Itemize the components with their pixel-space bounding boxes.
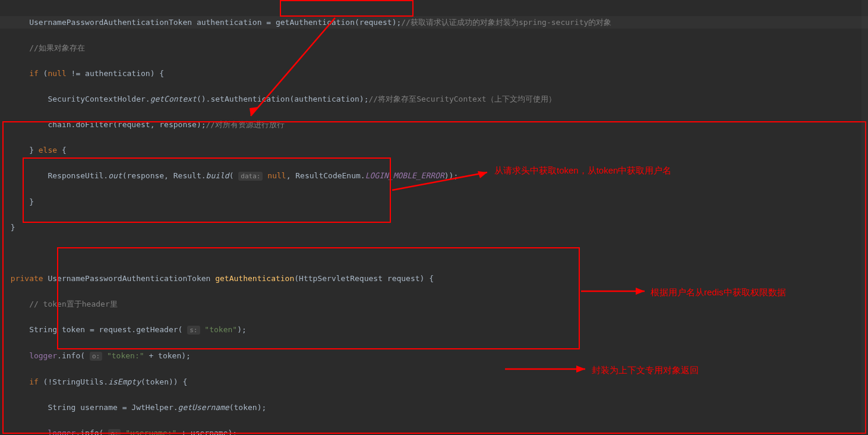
code-line: logger.info( o: "useruame:" + username); [0, 427, 868, 436]
code-line: private UsernamePasswordAuthenticationTo… [0, 272, 868, 285]
code-line: } else { [0, 144, 868, 157]
code-line: logger.info( o: "token:" + token); [0, 349, 868, 363]
code-line: if (null != authentication) { [0, 67, 868, 80]
code-line: ResponseUtil.out(response, Result.build(… [0, 169, 868, 183]
code-line: SecurityContextHolder.getContext().setAu… [0, 93, 868, 106]
code-line: String token = request.getHeader( s: "to… [0, 323, 868, 337]
code-line: chain.doFilter(request, response);//对所有资… [0, 118, 868, 131]
code-line: // token置于header里 [0, 298, 868, 311]
code-line: String username = JwtHelper.getUsername(… [0, 401, 868, 414]
code-line: } [0, 196, 868, 209]
code-line: //如果对象存在 [0, 42, 868, 55]
code-line: if (!StringUtils.isEmpty(token)) { [0, 376, 868, 389]
code-line [0, 247, 868, 260]
code-line: } [0, 221, 868, 234]
code-line: UsernamePasswordAuthenticationToken auth… [0, 16, 868, 29]
code-editor[interactable]: UsernamePasswordAuthenticationToken auth… [0, 0, 868, 435]
